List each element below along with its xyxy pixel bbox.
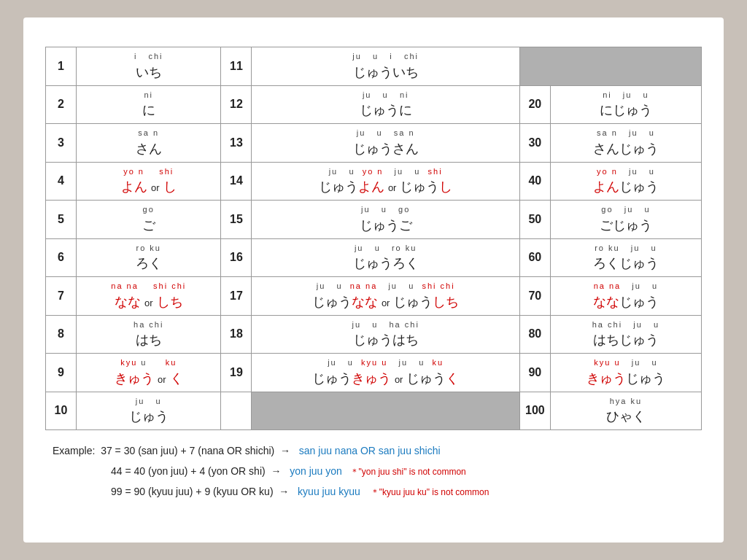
table-row: 8 ha chi はち 18 ju u ha chi じゅうはち 80 ha c…	[46, 315, 702, 354]
number-18: 18	[221, 315, 252, 354]
cell-gray-1	[519, 47, 701, 86]
cell-20-gray	[252, 392, 519, 430]
example-line-2: 44 = 40 (yon juu) + 4 (yon OR shi) → yon…	[53, 461, 702, 481]
number-17: 17	[221, 277, 252, 316]
number-100: 100	[519, 392, 550, 430]
number-13: 13	[221, 124, 252, 163]
number-2: 2	[46, 85, 77, 124]
number-20-gray	[221, 392, 252, 430]
cell-20: ni ju u にじゅう	[550, 85, 701, 124]
number-16: 16	[221, 238, 252, 277]
cell-13: ju u sa n じゅうさん	[252, 124, 519, 163]
number-80: 80	[519, 315, 550, 354]
number-50: 50	[519, 201, 550, 239]
cell-3: sa n さん	[77, 124, 221, 163]
example-answer-1: san juu nana OR san juu shichi	[293, 440, 441, 461]
cell-16: ju u ro ku じゅうろく	[252, 238, 519, 277]
cell-30: sa n ju u さんじゅう	[550, 124, 701, 163]
cell-40: yo n ju u よんじゅう	[550, 162, 701, 201]
cell-80: ha chi ju u はちじゅう	[550, 315, 701, 354]
cell-2: ni に	[77, 85, 221, 124]
table-row: 4 yo n shi よん or し 14 ju u yo n ju u shi…	[46, 162, 702, 201]
cell-6: ro ku ろく	[77, 238, 221, 277]
main-card: 1 i chi いち 11 ju u i chi じゅういち 2 ni に	[23, 18, 724, 542]
number-9: 9	[46, 354, 77, 392]
number-60: 60	[519, 238, 550, 277]
example-text-3a: 99 = 90 (kyuu juu) + 9 (kyuu OR ku) →	[111, 481, 289, 502]
number-15: 15	[221, 201, 252, 239]
cell-17: ju u na na ju u shi chi じゅうなな or じゅうしち	[252, 277, 519, 316]
number-4: 4	[46, 162, 77, 201]
numbers-table: 1 i chi いち 11 ju u i chi じゅういち 2 ni に	[45, 47, 702, 430]
cell-11: ju u i chi じゅういち	[252, 47, 519, 86]
cell-50: go ju u ごじゅう	[550, 201, 701, 239]
number-20: 20	[519, 85, 550, 124]
example-line-3: 99 = 90 (kyuu juu) + 9 (kyuu OR ku) → ky…	[53, 481, 702, 502]
table-row: 6 ro ku ろく 16 ju u ro ku じゅうろく 60 ro ku …	[46, 238, 702, 277]
number-70: 70	[519, 277, 550, 316]
number-30: 30	[519, 124, 550, 163]
cell-4: yo n shi よん or し	[77, 162, 221, 201]
cell-7: na na shi chi なな or しち	[77, 277, 221, 316]
cell-60: ro ku ju u ろくじゅう	[550, 238, 701, 277]
cell-1: i chi いち	[77, 47, 221, 86]
number-1: 1	[46, 47, 77, 86]
cell-70: na na ju u ななじゅう	[550, 277, 701, 316]
number-40: 40	[519, 162, 550, 201]
cell-10: ju u じゅう	[77, 392, 221, 430]
table-row: 3 sa n さん 13 ju u sa n じゅうさん 30 sa n ju …	[46, 124, 702, 163]
example-line-1: Example: 37 = 30 (san juu) + 7 (nana OR …	[53, 440, 702, 461]
cell-100: hya ku ひゃく	[550, 392, 701, 430]
cell-5: go ご	[77, 201, 221, 239]
example-section: Example: 37 = 30 (san juu) + 7 (nana OR …	[45, 440, 702, 502]
table-row: 5 go ご 15 ju u go じゅうご 50 go ju u ごじゅう	[46, 201, 702, 239]
number-7: 7	[46, 277, 77, 316]
cell-12: ju u ni じゅうに	[252, 85, 519, 124]
table-row: 2 ni に 12 ju u ni じゅうに 20 ni ju u にじゅう	[46, 85, 702, 124]
cell-8: ha chi はち	[77, 315, 221, 354]
cell-14: ju u yo n ju u shi じゅうよん or じゅうし	[252, 162, 519, 201]
number-8: 8	[46, 315, 77, 354]
cell-15: ju u go じゅうご	[252, 201, 519, 239]
table-row: 10 ju u じゅう 100 hya ku ひゃく	[46, 392, 702, 430]
cell-19: ju u kyu u ju u ku じゅうきゅう or じゅうく	[252, 354, 519, 392]
example-note-2: ＊"yon juu shi" is not common	[345, 463, 466, 481]
number-90: 90	[519, 354, 550, 392]
example-text-1a: Example: 37 = 30 (san juu) + 7 (nana OR …	[53, 440, 290, 461]
number-10: 10	[46, 392, 77, 430]
cell-18: ju u ha chi じゅうはち	[252, 315, 519, 354]
example-answer-3: kyuu juu kyuu	[292, 481, 360, 502]
example-text-2a: 44 = 40 (yon juu) + 4 (yon OR shi) →	[111, 461, 281, 481]
table-row: 1 i chi いち 11 ju u i chi じゅういち	[46, 47, 702, 86]
number-6: 6	[46, 238, 77, 277]
table-row: 7 na na shi chi なな or しち 17 ju u na na j…	[46, 277, 702, 316]
number-14: 14	[221, 162, 252, 201]
number-19: 19	[221, 354, 252, 392]
example-answer-2: yon juu yon	[284, 461, 341, 481]
table-row: 9 kyu u ku きゅう or く 19 ju u kyu u ju u k…	[46, 354, 702, 392]
number-5: 5	[46, 201, 77, 239]
number-12: 12	[221, 85, 252, 124]
example-note-3: ＊"kyuu juu ku" is not common	[363, 483, 489, 501]
cell-9: kyu u ku きゅう or く	[77, 354, 221, 392]
number-3: 3	[46, 124, 77, 163]
number-11: 11	[221, 47, 252, 86]
cell-90: kyu u ju u きゅうじゅう	[550, 354, 701, 392]
